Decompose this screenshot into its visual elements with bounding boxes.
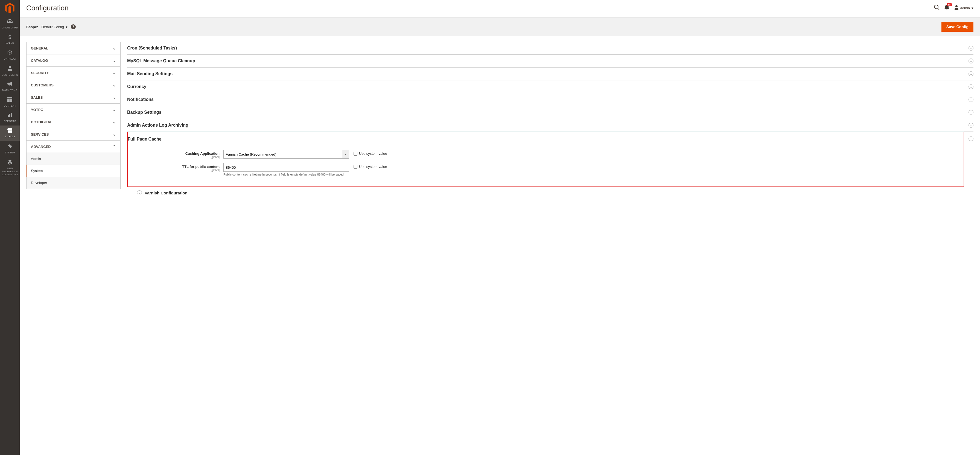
section-title: Full Page Cache	[128, 137, 162, 142]
section-title: MySQL Message Queue Cleanup	[127, 59, 195, 64]
tab-group-label: CUSTOMERS	[31, 83, 54, 87]
field-ttl: TTL for public content [global] Public c…	[128, 161, 960, 178]
section-header[interactable]: Backup Settings ⌄	[127, 106, 974, 119]
tab-group-label: CATALOG	[31, 59, 48, 63]
caching-application-select[interactable]: Varnish Cache (Recommended)	[223, 150, 342, 159]
expand-icon: ⌄	[969, 59, 974, 64]
gauge-icon	[7, 19, 13, 25]
expand-icon: ⌄	[969, 84, 974, 89]
tab-group-dotdigital[interactable]: DOTDIGITAL⌄	[27, 116, 120, 128]
tab-group-catalog[interactable]: CATALOG⌄	[27, 54, 120, 67]
admin-sidebar: DASHBOARD $ SALES CATALOG CUSTOMERS MARK…	[0, 0, 20, 455]
field-scope: [global]	[128, 156, 220, 159]
section-varnish-config[interactable]: ⌄ Varnish Configuration	[127, 187, 974, 195]
tab-group-advanced[interactable]: ADVANCED⌃ Admin System Developer	[27, 140, 120, 189]
tab-group-label: SECURITY	[31, 71, 49, 75]
puzzle-icon	[7, 160, 12, 166]
sidebar-item-dashboard[interactable]: DASHBOARD	[0, 16, 20, 32]
tab-group-services[interactable]: SERVICES⌄	[27, 128, 120, 140]
config-sections: Cron (Scheduled Tasks) ⌄ MySQL Message Q…	[127, 42, 974, 195]
user-label: admin	[960, 6, 970, 10]
search-icon[interactable]	[934, 5, 940, 11]
tab-group-security[interactable]: SECURITY⌄	[27, 67, 120, 79]
section-title: Cron (Scheduled Tasks)	[127, 46, 177, 51]
tab-group-general[interactable]: GENERAL⌄	[27, 42, 120, 54]
use-system-label: Use system value	[359, 165, 387, 169]
sidebar-label: CONTENT	[3, 105, 16, 107]
scope-switcher[interactable]: Default Config ▾	[41, 25, 67, 29]
section-header[interactable]: Mail Sending Settings ⌄	[127, 68, 974, 80]
use-system-value-checkbox[interactable]	[353, 165, 357, 169]
ttl-input[interactable]	[223, 163, 349, 172]
sidebar-item-content[interactable]: CONTENT	[0, 95, 20, 110]
sidebar-item-sales[interactable]: $ SALES	[0, 32, 20, 47]
magento-logo[interactable]	[0, 0, 20, 16]
sidebar-label: FIND PARTNERS & EXTENSIONS	[1, 167, 19, 176]
sidebar-item-customers[interactable]: CUSTOMERS	[0, 63, 20, 79]
sidebar-label: CATALOG	[4, 57, 16, 60]
sidebar-item-partners[interactable]: FIND PARTNERS & EXTENSIONS	[0, 157, 20, 179]
section-header[interactable]: Admin Actions Log Archiving ⌄	[127, 119, 974, 132]
section-title: Notifications	[127, 97, 154, 102]
section-header[interactable]: Cron (Scheduled Tasks) ⌄	[127, 42, 974, 54]
sidebar-item-marketing[interactable]: MARKETING	[0, 79, 20, 95]
tab-group-customers[interactable]: CUSTOMERS⌄	[27, 79, 120, 91]
tab-group-label: DOTDIGITAL	[31, 120, 52, 124]
field-label: TTL for public content	[182, 165, 220, 169]
dollar-icon: $	[8, 35, 11, 40]
sidebar-item-catalog[interactable]: CATALOG	[0, 47, 20, 63]
chevron-down-icon: ⌄	[113, 132, 116, 137]
config-tabs: GENERAL⌄ CATALOG⌄ SECURITY⌄ CUSTOMERS⌄ S…	[26, 42, 121, 189]
tab-group-sales[interactable]: SALES⌄	[27, 91, 120, 103]
magento-logo-icon	[5, 3, 15, 14]
section-title: Admin Actions Log Archiving	[127, 123, 188, 128]
tab-group-label: ADVANCED	[31, 145, 51, 149]
chevron-down-icon: ⌄	[113, 107, 116, 112]
collapse-icon[interactable]: ⌄	[969, 136, 974, 141]
sidebar-item-reports[interactable]: REPORTS	[0, 110, 20, 125]
section-notifications: Notifications ⌄	[127, 93, 974, 106]
megaphone-icon	[7, 82, 12, 88]
config-toolbar: Scope: Default Config ▾ ? Save Config	[20, 17, 980, 37]
sidebar-label: MARKETING	[2, 89, 18, 92]
scope-value: Default Config	[41, 25, 64, 29]
section-header[interactable]: Currency ⌄	[127, 80, 974, 93]
section-cron: Cron (Scheduled Tasks) ⌄	[127, 42, 974, 55]
section-header[interactable]: Full Page Cache	[128, 135, 960, 145]
sidebar-label: DASHBOARD	[2, 26, 18, 29]
help-icon[interactable]: ?	[71, 24, 76, 29]
page-title: Configuration	[26, 4, 68, 12]
sidebar-item-stores[interactable]: STORES	[0, 126, 20, 141]
section-full-page-cache: Full Page Cache Caching Application [glo…	[128, 135, 960, 181]
section-title: Varnish Configuration	[145, 191, 188, 195]
tab-group-yotpo[interactable]: YOTPO⌄	[27, 103, 120, 116]
notifications-button[interactable]: 38	[945, 5, 950, 11]
scope-label: Scope:	[26, 25, 38, 29]
field-scope: [global]	[128, 169, 220, 172]
chevron-down-icon: ⌄	[113, 58, 116, 63]
section-header[interactable]: Notifications ⌄	[127, 93, 974, 106]
chevron-down-icon: ▾	[972, 6, 974, 10]
tab-sub-admin[interactable]: Admin	[27, 153, 120, 165]
save-config-button[interactable]: Save Config	[942, 22, 974, 32]
section-title: Mail Sending Settings	[127, 72, 173, 76]
chevron-up-icon: ⌃	[113, 145, 116, 149]
section-header[interactable]: MySQL Message Queue Cleanup ⌄	[127, 55, 974, 67]
tab-sub-system[interactable]: System	[27, 165, 120, 177]
person-icon	[8, 66, 12, 72]
sidebar-label: CUSTOMERS	[2, 73, 18, 76]
box-icon	[7, 50, 12, 57]
use-system-value-checkbox[interactable]	[353, 152, 357, 156]
page-header: Configuration 38 admin ▾	[20, 0, 980, 17]
section-backup: Backup Settings ⌄	[127, 106, 974, 119]
user-menu[interactable]: admin ▾	[954, 5, 974, 11]
sidebar-label: REPORTS	[3, 120, 16, 123]
expand-icon: ⌄	[969, 46, 974, 51]
tab-sub-developer[interactable]: Developer	[27, 177, 120, 189]
sidebar-item-system[interactable]: SYSTEM	[0, 141, 20, 157]
layout-icon	[7, 97, 12, 103]
expand-icon: ⌄	[969, 110, 974, 115]
use-system-label: Use system value	[359, 151, 387, 156]
chevron-down-icon: ⌄	[113, 70, 116, 75]
sidebar-label: SYSTEM	[5, 151, 15, 154]
